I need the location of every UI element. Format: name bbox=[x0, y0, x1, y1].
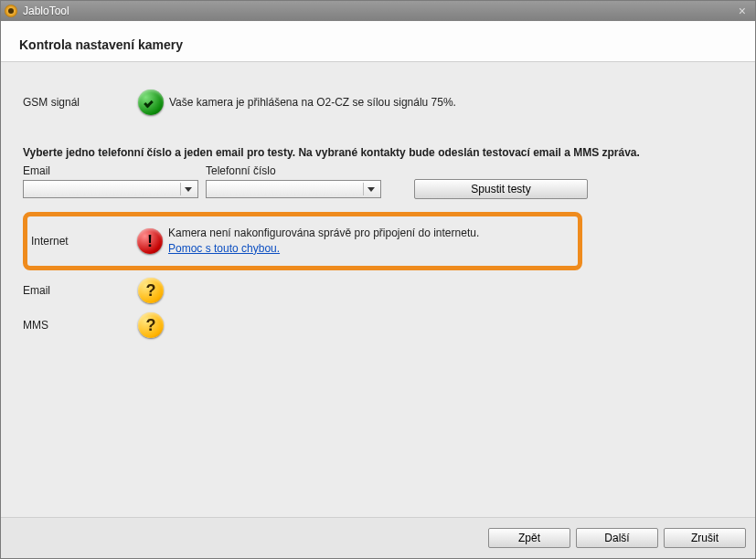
internet-highlight: Internet ! Kamera není nakonfigurována s… bbox=[23, 212, 582, 270]
close-icon[interactable]: × bbox=[733, 4, 751, 18]
run-tests-button[interactable]: Spustit testy bbox=[414, 179, 588, 199]
back-button[interactable]: Zpět bbox=[488, 528, 570, 548]
chevron-down-icon bbox=[180, 183, 196, 195]
email-field-label: Email bbox=[23, 164, 206, 177]
phone-combo[interactable] bbox=[206, 180, 381, 198]
question-icon: ? bbox=[138, 278, 164, 303]
internet-message: Kamera není nakonfigurována správě pro p… bbox=[168, 226, 570, 241]
page-header: Kontrola nastavení kamery bbox=[1, 21, 755, 62]
next-button[interactable]: Další bbox=[576, 528, 658, 548]
ok-icon bbox=[138, 90, 164, 115]
gsm-status-row: GSM signál Vaše kamera je přihlášena na … bbox=[23, 90, 733, 115]
titlebar: JabloTool × bbox=[1, 1, 755, 21]
window-title: JabloTool bbox=[23, 5, 733, 17]
phone-field-label: Telefonní číslo bbox=[206, 164, 389, 177]
app-icon bbox=[5, 5, 17, 17]
footer: Zpět Další Zrušit bbox=[1, 517, 755, 558]
question-icon: ? bbox=[138, 312, 164, 338]
instruction-text: Vyberte jedno telefonní číslo a jeden em… bbox=[23, 146, 733, 159]
gsm-message: Vaše kamera je přihlášena na O2-CZ se sí… bbox=[169, 95, 733, 111]
email-status-row: Email ? bbox=[23, 276, 733, 305]
status-list: Email ? MMS ? bbox=[23, 276, 733, 340]
error-icon: ! bbox=[137, 228, 163, 254]
page-title: Kontrola nastavení kamery bbox=[19, 37, 737, 52]
gsm-label: GSM signál bbox=[23, 96, 133, 109]
dialog-window: JabloTool × Kontrola nastavení kamery GS… bbox=[0, 0, 756, 559]
internet-help-link[interactable]: Pomoc s touto chybou. bbox=[168, 242, 280, 255]
page-body: GSM signál Vaše kamera je přihlášena na … bbox=[1, 62, 755, 517]
cancel-button[interactable]: Zrušit bbox=[664, 528, 746, 548]
email-test-label: Email bbox=[23, 284, 133, 297]
field-labels: Email Telefonní číslo bbox=[23, 164, 733, 177]
email-combo[interactable] bbox=[23, 180, 198, 198]
mms-status-row: MMS ? bbox=[23, 311, 733, 340]
chevron-down-icon bbox=[363, 183, 378, 195]
fields-row: Spustit testy bbox=[23, 179, 733, 199]
mms-test-label: MMS bbox=[23, 319, 133, 332]
internet-label: Internet bbox=[31, 235, 132, 248]
